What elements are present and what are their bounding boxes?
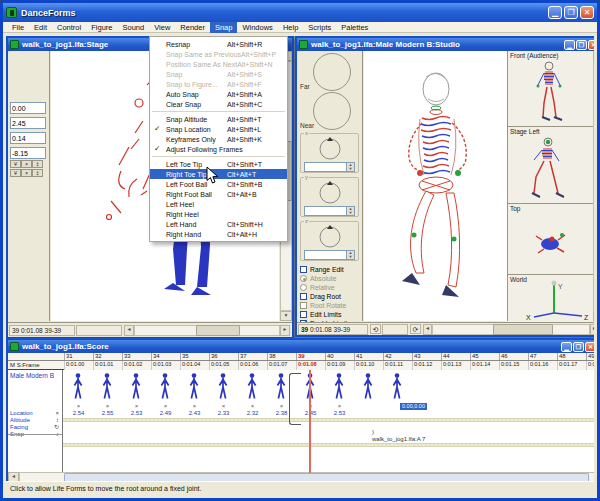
- frame-number-48[interactable]: 48: [557, 353, 586, 361]
- frame-number-36[interactable]: 36: [209, 353, 238, 361]
- frame-time-39[interactable]: 0:01.08: [296, 361, 325, 370]
- menu-item-right-heel[interactable]: Right Heel: [150, 209, 287, 219]
- menu-item-left-heel[interactable]: Left Heel: [150, 199, 287, 209]
- frame-number-38[interactable]: 38: [267, 353, 296, 361]
- frame-number-35[interactable]: 35: [180, 353, 209, 361]
- frame-number-49[interactable]: 49: [586, 353, 594, 361]
- keyframe-figure-icon-32[interactable]: [102, 373, 112, 405]
- checkbox-drag-root[interactable]: Drag Root: [300, 292, 360, 301]
- menubar-item-render[interactable]: Render: [175, 22, 210, 33]
- studio-titlebar[interactable]: walk_to_jog1.lfa:Male Modern B:Studio ▁ …: [297, 38, 594, 51]
- frame-time-44[interactable]: 0:01.13: [441, 361, 470, 370]
- studio-canvas[interactable]: [364, 51, 507, 321]
- clip-label[interactable]: walk_to_jog1.lfa:A 7: [372, 436, 425, 442]
- frame-time-31[interactable]: 0:01.00: [64, 361, 93, 370]
- keyframe-figure-icon-33[interactable]: [131, 373, 141, 405]
- frame-number-44[interactable]: 44: [441, 353, 470, 361]
- row-label-facing[interactable]: Facing: [10, 424, 28, 430]
- frame-number-41[interactable]: 41: [354, 353, 383, 361]
- menubar-item-snap[interactable]: Snap: [210, 22, 238, 33]
- studio-restore-button[interactable]: ❐: [576, 40, 587, 50]
- frame-number-47[interactable]: 47: [528, 353, 557, 361]
- spinner-down-icon[interactable]: ▼: [347, 255, 354, 259]
- frame-time-47[interactable]: 0:01.16: [528, 361, 557, 370]
- axis-lock-button-1-1[interactable]: ×: [21, 169, 32, 177]
- view-world[interactable]: World Y X Z: [508, 275, 593, 323]
- stage-coordinate-field-2[interactable]: [10, 132, 46, 144]
- app-titlebar[interactable]: DanceForms ▁ ❐ ✕: [3, 3, 597, 22]
- menubar-item-file[interactable]: File: [7, 22, 29, 33]
- scroll-up-icon[interactable]: ▲: [593, 51, 594, 60]
- altitude-value-35[interactable]: 2.43: [180, 410, 209, 417]
- menu-item-resnap[interactable]: ResnapAlt+Shift+R: [150, 39, 287, 49]
- score-close-button[interactable]: ✕: [585, 342, 594, 352]
- menu-item-auto-snap[interactable]: Auto SnapAlt+Shift+A: [150, 89, 287, 99]
- menu-item-snap-altitude[interactable]: Snap AltitudeAlt+Shift+T: [150, 114, 287, 124]
- score-restore-button[interactable]: ❐: [573, 342, 584, 352]
- frame-number-37[interactable]: 37: [238, 353, 267, 361]
- dial-value-spinner-z[interactable]: ▲▼: [304, 250, 355, 260]
- frame-time-48[interactable]: 0:01.17: [557, 361, 586, 370]
- altitude-value-31[interactable]: 2.54: [64, 410, 93, 417]
- view-front[interactable]: Front (Audience): [508, 51, 593, 127]
- menubar-item-figure[interactable]: Figure: [86, 22, 117, 33]
- restore-button[interactable]: ❐: [564, 6, 578, 19]
- altitude-value-33[interactable]: 2.53: [122, 410, 151, 417]
- frame-time-32[interactable]: 0:01.01: [93, 361, 122, 370]
- track-name[interactable]: Male Modern B: [8, 370, 62, 379]
- frame-number-31[interactable]: 31: [64, 353, 93, 361]
- stage-coordinate-field-3[interactable]: [10, 147, 46, 159]
- scroll-left-icon[interactable]: ◄: [124, 325, 134, 336]
- menu-item-keyframes-only[interactable]: Keyframes OnlyAlt+Shift+K: [150, 134, 287, 144]
- frame-number-32[interactable]: 32: [93, 353, 122, 361]
- frame-number-45[interactable]: 45: [470, 353, 499, 361]
- altitude-value-32[interactable]: 2.55: [93, 410, 122, 417]
- stage-horizontal-scrollbar[interactable]: ◄ ►: [124, 325, 290, 336]
- frame-time-41[interactable]: 0:01.10: [354, 361, 383, 370]
- scroll-thumb[interactable]: [493, 324, 553, 335]
- rotation-dial-x[interactable]: [302, 136, 358, 160]
- stage-coordinate-field-0[interactable]: [10, 102, 46, 114]
- scroll-right-icon[interactable]: ►: [280, 325, 290, 336]
- close-button[interactable]: ✕: [580, 6, 594, 19]
- studio-horizontal-scrollbar[interactable]: ◄ ►: [423, 324, 594, 335]
- frame-time-40[interactable]: 0:01.09: [325, 361, 354, 370]
- frame-time-43[interactable]: 0:01.12: [412, 361, 441, 370]
- frame-number-42[interactable]: 42: [383, 353, 412, 361]
- frame-time-38[interactable]: 0:01.07: [267, 361, 296, 370]
- keyframe-figure-icon-38[interactable]: [276, 373, 286, 405]
- menubar-item-scripts[interactable]: Scripts: [303, 22, 336, 33]
- rotate-right-icon[interactable]: ⟳: [410, 324, 421, 334]
- frame-time-34[interactable]: 0:01.03: [151, 361, 180, 370]
- axis-lock-button-1-2[interactable]: ‡: [32, 169, 43, 177]
- checkbox-edit-limits[interactable]: Edit Limits: [300, 310, 360, 319]
- frame-time-35[interactable]: 0:01.04: [180, 361, 209, 370]
- frame-number-40[interactable]: 40: [325, 353, 354, 361]
- menu-item-left-hand[interactable]: Left HandClt+Shift+H: [150, 219, 287, 229]
- menubar-item-edit[interactable]: Edit: [29, 22, 52, 33]
- frame-number-33[interactable]: 33: [122, 353, 151, 361]
- scroll-thumb[interactable]: [196, 325, 240, 336]
- stage-coordinate-field-1[interactable]: [10, 117, 46, 129]
- scroll-down-icon[interactable]: ▼: [593, 312, 594, 321]
- menubar-item-help[interactable]: Help: [278, 22, 303, 33]
- menu-item-adjust-following-frames[interactable]: ✓Adjust Following Frames: [150, 144, 287, 154]
- menubar-item-windows[interactable]: Windows: [237, 22, 277, 33]
- score-minimize-button[interactable]: ▁: [561, 342, 572, 352]
- altitude-value-40[interactable]: 2.53: [325, 410, 354, 417]
- view-top[interactable]: Top: [508, 204, 593, 275]
- frame-time-37[interactable]: 0:01.06: [238, 361, 267, 370]
- menubar-item-view[interactable]: View: [149, 22, 175, 33]
- minimize-button[interactable]: ▁: [548, 6, 562, 19]
- menubar-item-control[interactable]: Control: [52, 22, 86, 33]
- keyframe-figure-icon-41[interactable]: [363, 373, 373, 405]
- row-label-location[interactable]: Location: [10, 410, 33, 416]
- frame-time-42[interactable]: 0:01.11: [383, 361, 412, 370]
- altitude-value-37[interactable]: 2.32: [238, 410, 267, 417]
- menu-item-right-hand[interactable]: Right HandClt+Alt+H: [150, 229, 287, 239]
- axis-lock-button-0-2[interactable]: ‡: [32, 160, 43, 168]
- spinner-down-icon[interactable]: ▼: [347, 211, 354, 215]
- row-label-altitude[interactable]: Altitude: [10, 417, 30, 423]
- view-stage-left[interactable]: Stage Left: [508, 127, 593, 204]
- studio-vertical-scrollbar[interactable]: ▲ ▼: [593, 51, 594, 321]
